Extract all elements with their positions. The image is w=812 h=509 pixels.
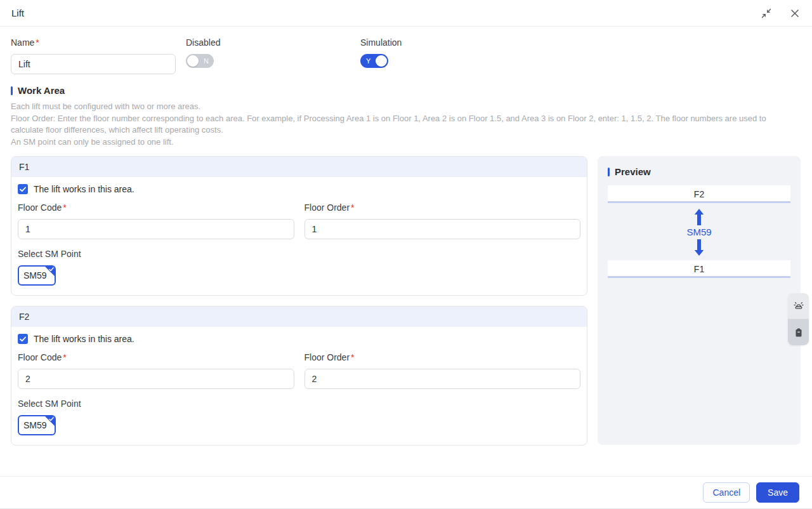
arrow-down-icon [694, 239, 704, 256]
floor-code-input[interactable] [18, 219, 294, 239]
dialog-header: Lift [0, 0, 812, 27]
floor-order-input[interactable] [304, 369, 581, 389]
required-asterisk: * [63, 352, 66, 362]
sm-point-tag-label: SM59 [23, 420, 47, 430]
description-line: An SM point can only be assigned to one … [11, 136, 801, 149]
preview-title: Preview [608, 166, 790, 177]
simulation-field: Simulation Y [360, 36, 402, 74]
sm-point-tag[interactable]: SM59 [18, 265, 56, 286]
preview-bottom-floor: F1 [608, 260, 790, 278]
floor-code-field: Floor Code* [18, 201, 294, 239]
floor-code-field: Floor Code* [18, 351, 294, 389]
selected-check-icon [49, 417, 54, 421]
dialog-title: Lift [11, 8, 24, 18]
name-label: Name* [11, 36, 176, 49]
float-toolbar [788, 293, 809, 345]
preview-top-floor: F2 [608, 185, 790, 203]
checkmark-icon [20, 187, 26, 192]
required-asterisk: * [36, 37, 39, 48]
floor-fields-row: Floor Code* Floor Order* [18, 201, 580, 239]
simulation-toggle[interactable]: Y [360, 54, 388, 68]
required-asterisk: * [351, 352, 354, 362]
clipboard-icon [794, 327, 804, 338]
arrow-up-icon [694, 209, 704, 225]
preview-lift-track: SM59 [608, 203, 790, 260]
select-sm-point-label: Select SM Point [18, 397, 580, 410]
close-icon [790, 9, 799, 18]
works-in-area-checkbox[interactable]: The lift works in this area. [18, 334, 580, 344]
works-in-area-checkbox[interactable]: The lift works in this area. [18, 184, 580, 194]
checkmark-icon [20, 336, 26, 342]
area-card: F1 The lift works in this area. Floor Co… [11, 156, 587, 296]
floor-code-input[interactable] [18, 369, 294, 389]
top-fields-row: Name* Disabled N Simulation Y [11, 36, 801, 74]
floor-code-label: Floor Code* [18, 201, 294, 214]
floor-order-label: Floor Order* [304, 201, 581, 214]
area-card-body: The lift works in this area. Floor Code*… [11, 327, 587, 445]
preview-panel: Preview F2 SM59 F1 [598, 156, 801, 445]
dialog-actions [760, 7, 801, 20]
simulation-label: Simulation [360, 36, 402, 49]
selected-check-icon [49, 267, 54, 272]
floor-order-input[interactable] [304, 219, 581, 239]
area-card: F2 The lift works in this area. Floor Co… [11, 306, 587, 446]
description-line: Floor Order: Enter the floor number corr… [11, 113, 801, 136]
sm-point-tag-label: SM59 [23, 270, 47, 281]
toggle-state-text: Y [366, 54, 370, 68]
cancel-button[interactable]: Cancel [703, 482, 750, 503]
checkbox-checked [18, 334, 28, 344]
lift-dialog: Lift Name* Disabled [0, 0, 812, 509]
required-asterisk: * [63, 202, 66, 213]
collapse-icon [761, 8, 771, 18]
select-sm-point-label: Select SM Point [18, 248, 580, 260]
sm-point-tag[interactable]: SM59 [18, 415, 56, 435]
works-checkbox-label: The lift works in this area. [34, 184, 134, 194]
area-card-title: F2 [11, 307, 587, 327]
area-cards-column: F1 The lift works in this area. Floor Co… [11, 156, 587, 446]
disabled-field: Disabled N [186, 36, 360, 74]
name-input[interactable] [11, 54, 176, 74]
siren-icon [793, 300, 804, 312]
area-card-body: The lift works in this area. Floor Code*… [11, 177, 587, 295]
work-area-content: F1 The lift works in this area. Floor Co… [11, 156, 801, 446]
dialog-body: Name* Disabled N Simulation Y Work Are [0, 27, 812, 476]
work-area-section-title: Work Area [11, 85, 801, 96]
save-button[interactable]: Save [756, 482, 799, 503]
floor-order-label: Floor Order* [304, 351, 581, 364]
close-button[interactable] [789, 8, 801, 19]
section-accent-bar [608, 168, 610, 176]
toggle-knob [187, 55, 199, 67]
floor-code-label: Floor Code* [18, 351, 294, 364]
area-card-title: F1 [11, 157, 587, 177]
disabled-label: Disabled [186, 36, 360, 49]
dialog-footer: Cancel Save [0, 476, 812, 508]
toggle-state-text: N [204, 54, 209, 68]
work-area-description: Each lift must be configured with two or… [11, 101, 801, 148]
floor-fields-row: Floor Code* Floor Order* [18, 351, 580, 389]
checkbox-checked [18, 184, 28, 194]
preview-sm-label: SM59 [686, 226, 711, 239]
toggle-knob [376, 55, 387, 67]
section-accent-bar [11, 86, 13, 95]
required-asterisk: * [351, 202, 354, 213]
alarm-button[interactable] [788, 293, 809, 319]
works-checkbox-label: The lift works in this area. [34, 334, 134, 344]
name-field: Name* [11, 36, 176, 74]
clipboard-button[interactable] [788, 319, 809, 345]
collapse-button[interactable] [760, 7, 773, 20]
disabled-toggle[interactable]: N [186, 54, 214, 68]
floor-order-field: Floor Order* [304, 201, 581, 239]
description-line: Each lift must be configured with two or… [11, 101, 801, 113]
floor-order-field: Floor Order* [304, 351, 581, 389]
